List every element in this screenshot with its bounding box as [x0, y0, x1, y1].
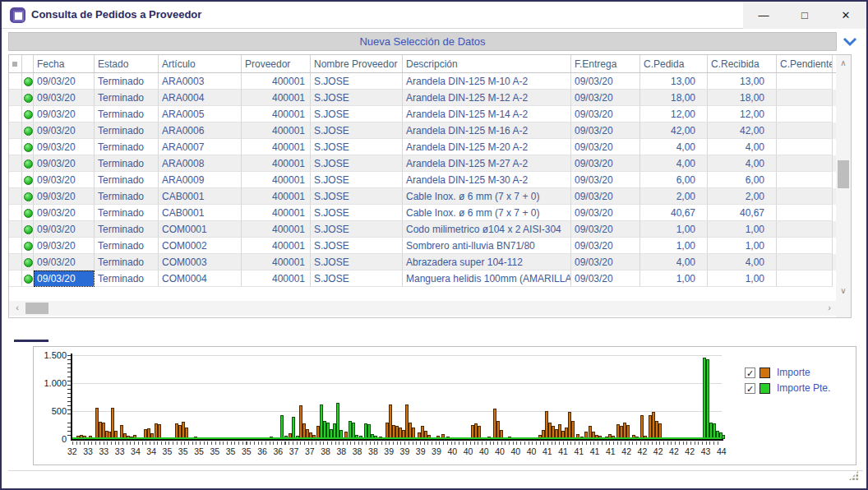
cell-c-pendiente[interactable] — [777, 221, 833, 238]
cell-articulo[interactable]: COM0001 — [159, 221, 242, 238]
cell-fecha[interactable]: 09/03/20 — [34, 270, 95, 287]
table-row[interactable]: 09/03/20 Terminado ARA0009 400001 S.JOSE… — [9, 172, 836, 188]
cell-c-pendiente[interactable] — [777, 254, 833, 270]
table-row[interactable]: 09/03/20 Terminado ARA0004 400001 S.JOSE… — [9, 90, 836, 106]
cell-c-recibida[interactable]: 4,00 — [708, 254, 777, 270]
column-header-descripcion[interactable]: Descripción — [403, 55, 571, 72]
vertical-scrollbar-thumb[interactable] — [838, 160, 849, 188]
table-row[interactable]: 09/03/20 Terminado ARA0007 400001 S.JOSE… — [9, 139, 836, 155]
vertical-scrollbar[interactable]: ∧ ∨ — [836, 55, 851, 299]
cell-estado[interactable]: Terminado — [95, 254, 159, 270]
column-header-nombre-proveedor[interactable]: Nombre Proveedor — [311, 55, 403, 72]
horizontal-scrollbar-thumb[interactable] — [25, 303, 48, 314]
importe-checkbox[interactable]: ✓ — [745, 368, 755, 378]
table-row[interactable]: 09/03/20 Terminado CAB0001 400001 S.JOSE… — [9, 188, 836, 205]
table-row[interactable]: 09/03/20 Terminado COM0002 400001 S.JOSE… — [9, 238, 836, 254]
column-header-estado[interactable]: Estado — [95, 55, 159, 72]
cell-nombre-proveedor[interactable]: S.JOSE — [311, 155, 403, 172]
cell-descripcion[interactable]: Arandela DIN-125 M-10 A-2 — [403, 73, 571, 90]
cell-descripcion[interactable]: Arandela DIN-125 M-12 A-2 — [403, 90, 571, 106]
cell-fecha[interactable]: 09/03/20 — [34, 122, 95, 139]
cell-c-recibida[interactable]: 18,00 — [708, 90, 777, 106]
cell-nombre-proveedor[interactable]: S.JOSE — [311, 172, 403, 188]
column-header-fecha[interactable]: Fecha — [34, 55, 95, 72]
scroll-right-icon[interactable]: › — [823, 301, 836, 316]
table-row[interactable]: 09/03/20 Terminado CAB0001 400001 S.JOSE… — [9, 205, 836, 221]
cell-fecha[interactable]: 09/03/20 — [34, 90, 95, 106]
cell-fecha[interactable]: 09/03/20 — [34, 172, 95, 188]
cell-estado[interactable]: Terminado — [95, 172, 159, 188]
cell-c-pedida[interactable]: 4,00 — [640, 254, 708, 270]
cell-estado[interactable]: Terminado — [95, 238, 159, 254]
cell-articulo[interactable]: ARA0004 — [159, 90, 242, 106]
column-header-f-entrega[interactable]: F.Entrega — [571, 55, 640, 72]
cell-nombre-proveedor[interactable]: S.JOSE — [311, 90, 403, 106]
cell-articulo[interactable]: ARA0006 — [159, 122, 242, 139]
cell-articulo[interactable]: COM0004 — [159, 270, 242, 287]
cell-c-recibida[interactable]: 4,00 — [708, 139, 777, 155]
cell-descripcion[interactable]: Abrazadera super 104-112 — [403, 254, 571, 270]
table-row[interactable]: 09/03/20 Terminado ARA0003 400001 S.JOSE… — [9, 73, 836, 90]
cell-nombre-proveedor[interactable]: S.JOSE — [311, 270, 403, 287]
close-button[interactable]: ✕ — [825, 2, 866, 29]
row-indicator-cell[interactable] — [9, 106, 22, 122]
column-header-proveedor[interactable]: Proveedor — [242, 55, 311, 72]
cell-c-pendiente[interactable] — [777, 155, 833, 172]
cell-f-entrega[interactable]: 09/03/20 — [571, 270, 640, 287]
cell-c-recibida[interactable]: 1,00 — [708, 221, 777, 238]
cell-nombre-proveedor[interactable]: S.JOSE — [311, 254, 403, 270]
cell-c-recibida[interactable]: 1,00 — [708, 270, 777, 287]
cell-c-pedida[interactable]: 13,00 — [640, 73, 708, 90]
cell-f-entrega[interactable]: 09/03/20 — [571, 155, 640, 172]
cell-estado[interactable]: Terminado — [95, 270, 159, 287]
cell-fecha[interactable]: 09/03/20 — [34, 73, 95, 90]
cell-c-pendiente[interactable] — [777, 188, 833, 205]
cell-c-pendiente[interactable] — [777, 205, 833, 221]
row-indicator-cell[interactable] — [9, 270, 22, 287]
collapse-section-button[interactable] — [837, 32, 863, 51]
row-indicator-cell[interactable] — [9, 188, 22, 205]
table-row[interactable]: 09/03/20 Terminado ARA0005 400001 S.JOSE… — [9, 106, 836, 122]
cell-fecha[interactable]: 09/03/20 — [34, 205, 95, 221]
cell-c-pendiente[interactable] — [777, 172, 833, 188]
cell-nombre-proveedor[interactable]: S.JOSE — [311, 205, 403, 221]
scroll-up-icon[interactable]: ∧ — [836, 57, 851, 70]
cell-nombre-proveedor[interactable]: S.JOSE — [311, 188, 403, 205]
cell-articulo[interactable]: ARA0005 — [159, 106, 242, 122]
cell-f-entrega[interactable]: 09/03/20 — [571, 73, 640, 90]
cell-articulo[interactable]: CAB0001 — [159, 188, 242, 205]
cell-proveedor[interactable]: 400001 — [242, 90, 311, 106]
cell-c-pedida[interactable]: 18,00 — [640, 90, 708, 106]
cell-proveedor[interactable]: 400001 — [242, 254, 311, 270]
horizontal-scrollbar[interactable]: ‹ › — [9, 301, 836, 316]
cell-descripcion[interactable]: Cable Inox. ø 6 mm (7 x 7 + 0) — [403, 205, 571, 221]
cell-f-entrega[interactable]: 09/03/20 — [571, 122, 640, 139]
resize-grip[interactable] — [848, 470, 859, 481]
cell-fecha[interactable]: 09/03/20 — [34, 221, 95, 238]
cell-proveedor[interactable]: 400001 — [242, 270, 311, 287]
cell-proveedor[interactable]: 400001 — [242, 205, 311, 221]
row-indicator-cell[interactable] — [9, 122, 22, 139]
cell-proveedor[interactable]: 400001 — [242, 155, 311, 172]
cell-c-pendiente[interactable] — [777, 90, 833, 106]
cell-descripcion[interactable]: Arandela DIN-125 M-16 A-2 — [403, 122, 571, 139]
cell-estado[interactable]: Terminado — [95, 106, 159, 122]
cell-articulo[interactable]: ARA0007 — [159, 139, 242, 155]
scroll-left-icon[interactable]: ‹ — [11, 301, 24, 316]
cell-nombre-proveedor[interactable]: S.JOSE — [311, 73, 403, 90]
row-indicator-cell[interactable] — [9, 90, 22, 106]
cell-proveedor[interactable]: 400001 — [242, 172, 311, 188]
cell-estado[interactable]: Terminado — [95, 73, 159, 90]
cell-fecha[interactable]: 09/03/20 — [34, 238, 95, 254]
cell-c-recibida[interactable]: 40,67 — [708, 205, 777, 221]
cell-descripcion[interactable]: Cable Inox. ø 6 mm (7 x 7 + 0) — [403, 188, 571, 205]
cell-nombre-proveedor[interactable]: S.JOSE — [311, 122, 403, 139]
row-indicator-cell[interactable] — [9, 155, 22, 172]
cell-f-entrega[interactable]: 09/03/20 — [571, 90, 640, 106]
cell-c-pedida[interactable]: 1,00 — [640, 238, 708, 254]
cell-c-recibida[interactable]: 1,00 — [708, 238, 777, 254]
cell-c-recibida[interactable]: 6,00 — [708, 172, 777, 188]
cell-estado[interactable]: Terminado — [95, 205, 159, 221]
row-indicator-cell[interactable] — [9, 139, 22, 155]
cell-proveedor[interactable]: 400001 — [242, 238, 311, 254]
